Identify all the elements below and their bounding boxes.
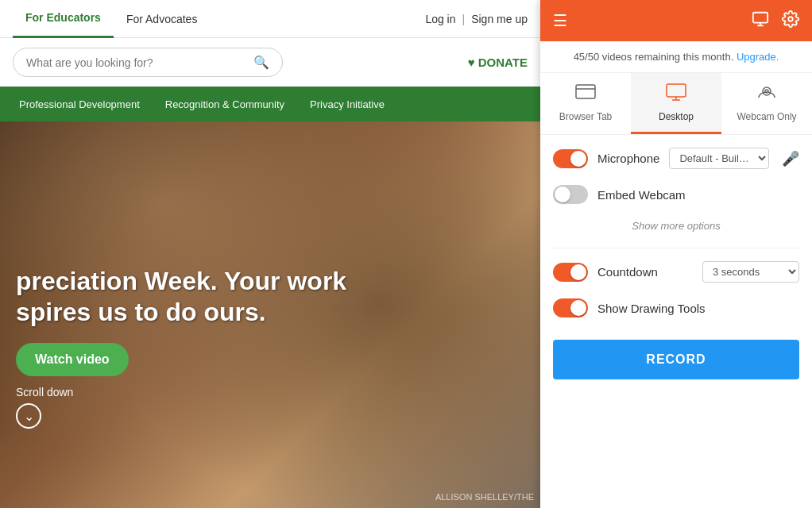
panel-layers-icon[interactable]	[752, 10, 769, 32]
panel-settings: Microphone Default - Buil… 🎤 Embed Webca…	[540, 135, 812, 508]
microphone-select[interactable]: Default - Buil…	[669, 148, 769, 169]
nav-tab-advocates[interactable]: For Advocates	[114, 0, 211, 38]
svg-point-4	[763, 87, 771, 95]
green-navigation: Professional Development Recognition & C…	[0, 87, 540, 121]
drawing-tools-toggle[interactable]	[553, 298, 588, 318]
desktop-tab-icon	[665, 83, 687, 106]
embed-webcam-toggle[interactable]	[553, 185, 588, 204]
countdown-toggle[interactable]	[553, 263, 588, 282]
search-input[interactable]	[26, 56, 253, 69]
nav-educators-label: For Educators	[25, 11, 101, 24]
green-nav-professional[interactable]: Professional Development	[6, 87, 153, 121]
panel-header: ☰	[540, 0, 812, 41]
mode-tab-browser[interactable]: Browser Tab	[540, 73, 631, 134]
microphone-level-icon: 🎤	[782, 150, 799, 167]
recording-panel: ☰ 45/50 videos remaining this month. Upg…	[540, 0, 812, 508]
panel-settings-icon[interactable]	[782, 10, 799, 32]
nav-advocates-label: For Advocates	[126, 13, 198, 25]
desktop-tab-label: Desktop	[659, 111, 694, 122]
green-nav-privacy-label: Privacy Initiative	[310, 98, 385, 110]
nav-tab-educators[interactable]: For Educators	[13, 0, 114, 38]
panel-header-icons	[752, 10, 799, 32]
search-input-wrap: 🔍	[13, 48, 283, 77]
drawing-tools-setting-row: Show Drawing Tools	[553, 298, 799, 318]
microphone-label: Microphone	[597, 152, 659, 165]
scroll-down-area: Scroll down ⌄	[16, 386, 346, 429]
green-nav-recognition-label: Recognition & Community	[165, 98, 284, 110]
scroll-down-button[interactable]: ⌄	[16, 403, 41, 429]
mode-tabs: Browser Tab Desktop Webcam Only	[540, 73, 812, 135]
green-nav-professional-label: Professional Development	[19, 98, 140, 110]
hero-text-area: preciation Week. Your work spires us to …	[16, 266, 346, 429]
login-link[interactable]: Log in	[425, 13, 455, 25]
mode-tab-desktop[interactable]: Desktop	[631, 73, 721, 134]
browser-tab-label: Browser Tab	[559, 111, 612, 122]
countdown-setting-row: Countdown 3 seconds 5 seconds 10 seconds…	[553, 261, 799, 283]
top-navigation: For Educators For Advocates Log in | Sig…	[0, 0, 540, 38]
svg-point-1	[788, 17, 793, 21]
svg-rect-0	[753, 12, 768, 22]
watch-video-button[interactable]: Watch video	[16, 343, 129, 376]
search-icon: 🔍	[253, 55, 269, 70]
svg-rect-2	[576, 85, 595, 98]
microphone-setting-row: Microphone Default - Buil… 🎤	[553, 148, 799, 169]
videos-remaining-text: 45/50 videos remaining this month.	[574, 51, 734, 63]
donate-button[interactable]: ♥ DONATE	[468, 56, 528, 69]
drawing-tools-label: Show Drawing Tools	[597, 302, 799, 315]
hamburger-menu-icon[interactable]: ☰	[553, 11, 567, 30]
embed-webcam-setting-row: Embed Webcam	[553, 185, 799, 204]
signup-link[interactable]: Sign me up	[471, 13, 528, 25]
hero-title-line2: spires us to do ours.	[16, 298, 266, 326]
microphone-toggle[interactable]	[553, 149, 588, 168]
scroll-down-label: Scroll down	[16, 386, 73, 398]
countdown-select[interactable]: 3 seconds 5 seconds 10 seconds No countd…	[702, 261, 799, 283]
green-nav-recognition[interactable]: Recognition & Community	[153, 87, 297, 121]
nav-auth-area: Log in | Sign me up	[425, 13, 528, 25]
heart-icon: ♥	[468, 56, 475, 69]
svg-point-5	[765, 90, 768, 93]
videos-remaining-bar: 45/50 videos remaining this month. Upgra…	[540, 41, 812, 73]
green-nav-privacy[interactable]: Privacy Initiative	[297, 87, 397, 121]
hero-title-line1: preciation Week. Your work	[16, 267, 346, 295]
embed-webcam-label: Embed Webcam	[597, 188, 799, 202]
hero-section: preciation Week. Your work spires us to …	[0, 114, 540, 508]
browser-tab-icon	[574, 83, 597, 106]
mode-tab-webcam[interactable]: Webcam Only	[721, 73, 812, 134]
upgrade-link[interactable]: Upgrade.	[737, 51, 779, 63]
settings-divider	[553, 248, 799, 248]
show-more-options[interactable]: Show more options	[553, 220, 799, 232]
donate-label: DONATE	[478, 56, 528, 69]
countdown-label: Countdown	[597, 265, 693, 279]
hero-title: preciation Week. Your work spires us to …	[16, 266, 346, 327]
record-button[interactable]: RECORD	[553, 340, 799, 379]
webcam-tab-label: Webcam Only	[737, 111, 796, 122]
website-content: For Educators For Advocates Log in | Sig…	[0, 0, 540, 508]
nav-auth-divider: |	[462, 13, 466, 25]
search-bar-area: 🔍 ♥ DONATE	[0, 38, 540, 87]
photo-credit: ALLISON SHELLEY/THE	[435, 492, 534, 502]
svg-rect-3	[667, 84, 686, 97]
webcam-tab-icon	[756, 83, 778, 106]
